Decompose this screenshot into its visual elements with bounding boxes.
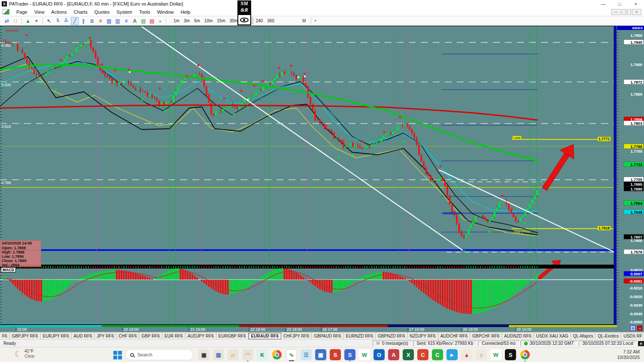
svg-text:23 19:00: 23 19:00	[287, 327, 302, 332]
m-mode-label[interactable]: M	[302, 18, 306, 23]
tab-audchf-rf6[interactable]: AUDCHF RF6	[438, 333, 470, 339]
smr-app-icon[interactable]: S	[505, 349, 516, 360]
toolbar-levels-tool-icon[interactable]: ≡	[97, 17, 104, 25]
close-button[interactable]: ×	[628, 1, 644, 6]
status-messages[interactable]: ✉0 message(s)	[373, 341, 412, 347]
calculator-icon[interactable]: ▦	[213, 349, 224, 360]
mdi-minimize-button[interactable]: —	[611, 9, 621, 15]
macd-panel-label[interactable]: MACD	[1, 267, 16, 272]
tab-gbpnzd-rf6[interactable]: GBPNZD RF6	[376, 333, 407, 339]
timeframe-15m[interactable]: 15m	[215, 18, 227, 24]
toolbar-channel-icon[interactable]: ∥	[79, 17, 87, 25]
tab-gbpaud-rf6[interactable]: GBPAUD RF6	[312, 333, 343, 339]
clock-icon[interactable]: ◔	[313, 18, 316, 24]
toolbar-pan-icon[interactable]: ⇄	[3, 17, 11, 25]
tab-eurgbp-rf6[interactable]: EURGBP RF6	[216, 333, 249, 339]
outlook-icon[interactable]: O	[374, 349, 385, 360]
toolbar-volume-tool-icon[interactable]: ▥	[114, 17, 122, 25]
tab-ql-majors[interactable]: QL-Majors	[571, 333, 596, 339]
chrome2-icon[interactable]	[519, 349, 531, 360]
timeframe-240[interactable]: 240	[254, 18, 265, 24]
toolbar-quote-grid-icon[interactable]: ▤	[140, 17, 147, 25]
search-box[interactable]: Search	[125, 349, 193, 360]
photos-icon[interactable]: ▣	[315, 349, 326, 360]
tab-aud-rf6[interactable]: AUD RF6	[72, 333, 95, 339]
w-check-app-icon[interactable]: W	[359, 349, 370, 360]
patrader-icon[interactable]: ∿	[286, 349, 297, 360]
k-app-icon[interactable]: K	[257, 349, 268, 360]
tab-usdx-xau-xag[interactable]: USDX XAU XAG	[534, 333, 571, 339]
timeframe-1m[interactable]: 1m	[172, 18, 181, 24]
toolbar-pointer-icon[interactable]: ↖	[45, 17, 53, 25]
toolbar-crosshair-icon[interactable]: +	[33, 17, 40, 25]
menu-system[interactable]: System	[113, 9, 136, 15]
chart-scale-button[interactable]: ⊞	[630, 326, 635, 331]
tab-nzdjpy-rf6[interactable]: NZDJPY RF6	[407, 333, 438, 339]
bank-app-icon[interactable]: ⌂	[476, 349, 487, 360]
red-app-icon[interactable]: ▲	[461, 349, 472, 360]
taskbar-clock[interactable]: 7:32 AM 10/30/2025	[617, 349, 640, 360]
toolbar-trendline-icon[interactable]: ╱	[71, 17, 79, 25]
toolbar-text-tool-icon[interactable]: A	[131, 17, 139, 25]
toolbar-area-chart-icon[interactable]: ▲	[24, 17, 32, 25]
tab-gbp-rf6[interactable]: GBP RF6	[139, 333, 162, 339]
tab-audjpy-rf6[interactable]: AUDJPY RF6	[185, 333, 216, 339]
task-view-icon[interactable]: ▣	[198, 349, 210, 360]
s-red-app-icon[interactable]: S	[330, 349, 341, 360]
mdi-close-button[interactable]: ×	[632, 9, 641, 15]
excel-icon[interactable]: X	[403, 349, 414, 360]
chart-area[interactable]: INDEX1.79501.79001.78501.77501.76001.794…	[0, 26, 644, 332]
toolbar-sessions-tool-icon[interactable]: ≡	[122, 17, 130, 25]
c-green-app-icon[interactable]: C	[432, 349, 443, 360]
tab-f6[interactable]: F6	[0, 333, 10, 339]
timeframe-5m[interactable]: 5m	[192, 18, 202, 24]
toolbar-pattern-tool-icon[interactable]: ▨	[105, 17, 113, 25]
chart-scroll-button[interactable]: →	[637, 326, 642, 331]
tab-euraud-rf6[interactable]: EURAUD RF6	[249, 333, 281, 339]
tab-jpy-rf6[interactable]: JPY RF6	[94, 333, 116, 339]
menu-view[interactable]: View	[31, 9, 48, 15]
tab-gbpjpy-rf6[interactable]: GBPJPY RF6	[10, 333, 41, 339]
orange-app-icon[interactable]: ◠	[242, 349, 253, 360]
maximize-button[interactable]: □	[611, 1, 628, 6]
pdf-app-icon[interactable]: A	[388, 349, 399, 360]
tab-ql-exotics[interactable]: QL-Exotics	[595, 333, 621, 339]
webull-icon[interactable]: W	[490, 349, 501, 360]
tab-chfjpy-rf6[interactable]: CHFJPY RF6	[281, 333, 312, 339]
menu-tools[interactable]: Tools	[136, 9, 154, 15]
minimize-button[interactable]: —	[595, 1, 611, 6]
timeframe-360[interactable]: 360	[265, 18, 276, 24]
file-explorer-icon[interactable]: ▱	[228, 349, 239, 360]
toolbar-hilo-tool-icon[interactable]: ╩	[62, 17, 70, 25]
eye-toggle-button[interactable]	[237, 14, 251, 25]
notepad-icon[interactable]: ☰	[301, 349, 312, 360]
s-blue-app-icon[interactable]: S	[344, 349, 355, 360]
chrome-icon[interactable]	[271, 349, 283, 360]
menu-window[interactable]: Window	[154, 9, 177, 15]
timeframe-3m[interactable]: 3m	[182, 18, 191, 24]
tab-audnzd-rf6[interactable]: AUDNZD RF6	[502, 333, 534, 339]
menu-actions[interactable]: Actions	[48, 9, 70, 15]
menu-quotes[interactable]: Quotes	[91, 9, 113, 15]
tab-usdx-rf[interactable]: USDX RF	[621, 333, 644, 339]
menu-help[interactable]: Help	[177, 9, 194, 15]
price-chart-canvas[interactable]: INDEX1.79501.79001.78501.77501.76001.794…	[0, 26, 644, 332]
telegram-icon[interactable]: ►	[447, 349, 458, 360]
timeframe-10m[interactable]: 10m	[203, 18, 214, 24]
tab-eur-rf6[interactable]: EUR RF6	[162, 333, 185, 339]
tab-eurnzd-rf6[interactable]: EURNZD RF6	[344, 333, 376, 339]
tab-eurjpy-rf6[interactable]: EURJPY RF6	[41, 333, 72, 339]
toolbar-symbols-icon[interactable]: ∷	[12, 17, 19, 25]
menu-charts[interactable]: Charts	[70, 9, 91, 15]
toolbar-overflow-chevron[interactable]: »	[159, 18, 161, 24]
tab-gbpchf-rf6[interactable]: GBPCHF RF6	[470, 333, 502, 339]
toolbar-fib-tool-icon[interactable]: ≣	[88, 17, 96, 25]
toolbar-quote-grid2-icon[interactable]: ▤	[148, 17, 156, 25]
toolbar-scale-tool-icon[interactable]: ╚	[54, 17, 61, 25]
tab-chf-rf6[interactable]: CHF RF6	[116, 333, 139, 339]
mdi-restore-button[interactable]: □	[622, 9, 631, 15]
start-button[interactable]	[113, 351, 122, 359]
c-red-app-icon[interactable]: C	[417, 349, 428, 360]
menu-page[interactable]: Page	[13, 9, 31, 15]
weather-widget[interactable]: ☾ 41°F Clear	[15, 349, 35, 359]
